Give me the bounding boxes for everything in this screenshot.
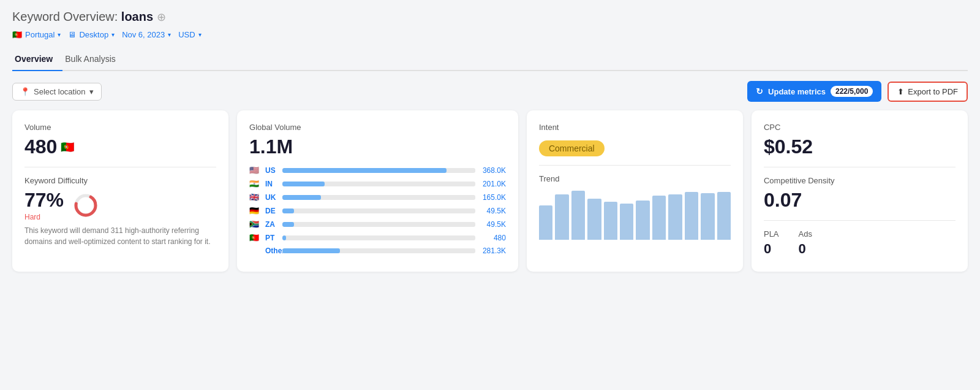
country-bar-track — [282, 168, 475, 173]
toolbar: 📍 Select location ▾ ↻ Update metrics 222… — [12, 81, 968, 102]
country-bar-fill — [282, 248, 340, 253]
comp-density-label: Competitive Density — [764, 176, 956, 185]
list-item: 🇩🇪 DE 49.5K — [249, 206, 506, 215]
intent-badge: Commercial — [539, 140, 605, 156]
kd-difficulty-label: Hard — [24, 213, 64, 221]
country-value: 281.3K — [479, 247, 506, 255]
list-item: 🇺🇸 US 368.0K — [249, 166, 506, 175]
country-bar-fill — [282, 195, 321, 200]
country-bar-fill — [282, 182, 325, 186]
country-bar-track — [282, 222, 475, 227]
divider2 — [539, 165, 731, 166]
location-filter[interactable]: 🇵🇹 Portugal ▾ — [12, 30, 61, 39]
divider3 — [764, 167, 956, 167]
list-item: 🇮🇳 IN 201.0K — [249, 179, 506, 188]
cpc-card: CPC $0.52 Competitive Density 0.07 PLA 0… — [752, 110, 968, 272]
trend-bar — [668, 194, 682, 240]
kd-description: This keyword will demand 311 high-author… — [24, 225, 216, 247]
country-bar-track — [282, 182, 475, 186]
country-flag-icon: 🇿🇦 — [249, 220, 262, 229]
location-chevron-icon: ▾ — [58, 31, 61, 38]
trend-bar — [555, 194, 568, 240]
country-value: 480 — [479, 234, 506, 242]
country-flag-icon: 🇺🇸 — [249, 166, 262, 175]
desktop-icon: 🖥 — [68, 30, 76, 39]
tabs-bar: Overview Bulk Analysis — [12, 49, 968, 71]
volume-kd-card: Volume 480 🇵🇹 Keyword Difficulty 77% Har… — [12, 110, 228, 272]
country-value: 49.5K — [479, 220, 506, 229]
intent-trend-card: Intent Commercial Trend — [527, 110, 743, 272]
currency-filter[interactable]: USD ▾ — [178, 30, 201, 39]
location-label: Portugal — [25, 30, 55, 39]
export-icon: ⬆ — [897, 87, 904, 96]
kd-label: Keyword Difficulty — [24, 176, 216, 185]
country-code: IN — [265, 180, 279, 188]
country-code: PT — [265, 234, 279, 242]
trend-bar — [571, 191, 585, 240]
pla-ads-row: PLA 0 Ads 0 — [764, 229, 956, 257]
currency-label: USD — [178, 30, 195, 39]
country-bar-fill — [282, 222, 294, 227]
page-title: Keyword Overview: loans — [12, 10, 153, 24]
device-filter[interactable]: 🖥 Desktop ▾ — [68, 30, 115, 39]
select-location-label: Select location — [34, 87, 86, 96]
country-value: 49.5K — [479, 207, 506, 215]
select-location-chevron-icon: ▾ — [89, 87, 94, 96]
ads-value: 0 — [799, 241, 812, 257]
add-keyword-icon[interactable]: ⊕ — [157, 10, 166, 24]
date-chevron-icon: ▾ — [168, 31, 171, 38]
country-bar-track — [282, 248, 475, 253]
country-bar-fill — [282, 168, 447, 173]
export-label: Export to PDF — [908, 87, 958, 96]
country-code: UK — [265, 193, 279, 202]
country-flag-icon: 🇩🇪 — [249, 206, 262, 215]
divider4 — [764, 220, 956, 221]
trend-chart — [539, 191, 731, 240]
country-value: 165.0K — [479, 193, 506, 202]
country-code: US — [265, 166, 279, 175]
list-item: 🇵🇹 PT 480 — [249, 233, 506, 242]
global-volume-label: Global Volume — [249, 123, 506, 132]
trend-bar — [620, 204, 633, 240]
refresh-icon: ↻ — [756, 86, 763, 96]
pla-label: PLA — [764, 229, 779, 239]
update-metrics-label: Update metrics — [768, 87, 826, 96]
location-pin-icon: 📍 — [20, 87, 30, 96]
country-flag-icon: 🇵🇹 — [249, 233, 262, 242]
select-location-button[interactable]: 📍 Select location ▾ — [12, 83, 102, 101]
date-filter[interactable]: Nov 6, 2023 ▾ — [122, 30, 171, 39]
trend-bar — [604, 202, 617, 240]
tab-bulk-analysis[interactable]: Bulk Analysis — [62, 49, 125, 71]
device-label: Desktop — [79, 30, 108, 39]
ads-label: Ads — [799, 229, 812, 239]
country-bar-track — [282, 195, 475, 200]
volume-value: 480 🇵🇹 — [24, 136, 216, 158]
currency-chevron-icon: ▾ — [198, 31, 202, 38]
kd-donut-chart — [72, 192, 99, 219]
metric-count-badge: 222/5,000 — [831, 86, 873, 97]
cards-grid: Volume 480 🇵🇹 Keyword Difficulty 77% Har… — [12, 110, 968, 272]
portugal-flag: 🇵🇹 — [12, 30, 22, 39]
country-code: ZA — [265, 220, 279, 229]
global-volume-card: Global Volume 1.1M 🇺🇸 US 368.0K 🇮🇳 IN 20… — [237, 110, 518, 272]
ads-item: Ads 0 — [799, 229, 812, 257]
country-bar-track — [282, 235, 475, 240]
trend-bar — [652, 196, 666, 240]
trend-bar — [539, 205, 552, 240]
update-metrics-button[interactable]: ↻ Update metrics 222/5,000 — [747, 81, 881, 102]
filters-bar: 🇵🇹 Portugal ▾ 🖥 Desktop ▾ Nov 6, 2023 ▾ … — [12, 30, 968, 39]
cpc-label: CPC — [764, 123, 956, 132]
country-value: 368.0K — [479, 166, 506, 175]
comp-density-value: 0.07 — [764, 189, 956, 212]
tab-overview[interactable]: Overview — [12, 49, 62, 71]
list-item: 🇬🇧 UK 165.0K — [249, 193, 506, 202]
kd-value: 77% — [24, 189, 64, 212]
country-flag-icon: 🇮🇳 — [249, 179, 262, 188]
intent-label: Intent — [539, 123, 731, 132]
export-pdf-button[interactable]: ⬆ Export to PDF — [888, 82, 968, 102]
volume-flag: 🇵🇹 — [61, 140, 74, 154]
volume-label: Volume — [24, 123, 216, 132]
country-flag-icon: 🇬🇧 — [249, 193, 262, 202]
device-chevron-icon: ▾ — [111, 31, 115, 38]
toolbar-actions: ↻ Update metrics 222/5,000 ⬆ Export to P… — [747, 81, 968, 102]
